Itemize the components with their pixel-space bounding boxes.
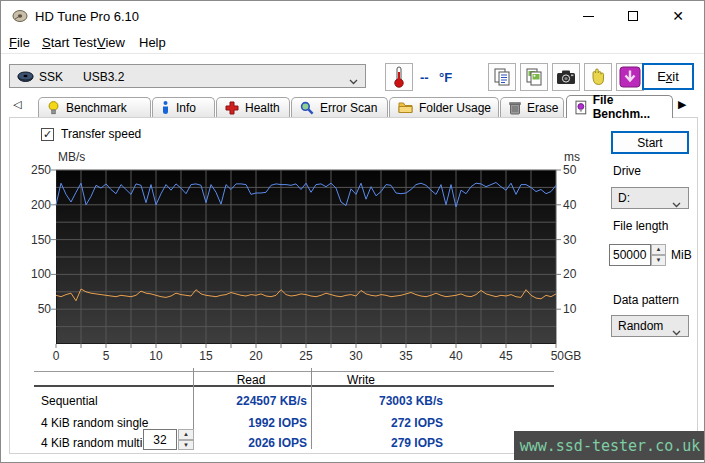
- tab-scroll-right-icon[interactable]: ▶: [678, 99, 686, 110]
- download-icon: [619, 66, 641, 88]
- exit-button[interactable]: Exit: [642, 63, 694, 90]
- menu-file[interactable]: File: [9, 35, 30, 50]
- y-left-tick: 50: [23, 302, 51, 316]
- drive-model: USB3.2: [83, 70, 124, 84]
- hand-icon: [588, 67, 608, 87]
- row-label-sequential: Sequential: [41, 394, 98, 408]
- folder-icon: [398, 101, 413, 114]
- copy-image-icon: [524, 67, 544, 87]
- add-test-button[interactable]: [584, 63, 612, 91]
- x-tick: 0: [38, 349, 74, 363]
- random-multi-write-value: 279 IOPS: [331, 436, 443, 450]
- maximize-button[interactable]: [611, 1, 655, 31]
- close-button[interactable]: ✕: [656, 1, 700, 31]
- tab-error-scan[interactable]: Error Scan: [291, 97, 388, 117]
- row-label-random-single: 4 KiB random single: [41, 416, 148, 430]
- trash-icon: [509, 101, 521, 115]
- x-tick: 35: [388, 349, 424, 363]
- start-button[interactable]: Start: [611, 131, 689, 154]
- drive-vendor: SSK: [39, 70, 63, 84]
- y-right-tick: 10: [563, 302, 593, 316]
- screenshot-button[interactable]: [552, 63, 580, 91]
- spin-up-icon[interactable]: ▲: [651, 244, 666, 255]
- data-pattern-label: Data pattern: [613, 293, 679, 307]
- minimize-button[interactable]: [566, 1, 610, 31]
- camera-icon: [556, 69, 576, 85]
- checkbox-check-icon[interactable]: ✓: [41, 128, 54, 141]
- drive-dropdown[interactable]: D:: [611, 187, 689, 209]
- menu-help[interactable]: Help: [139, 35, 166, 50]
- tab-label: Folder Usage: [419, 101, 491, 115]
- tab-label: File Benchm...: [593, 93, 672, 121]
- drive-select-combobox[interactable]: SSK USB3.2: [9, 64, 366, 88]
- y-left-unit-label: MB/s: [58, 150, 85, 164]
- drive-disk-icon: [17, 71, 34, 86]
- y-right-tick: 20: [563, 267, 593, 281]
- drive-label: Drive: [613, 164, 641, 178]
- app-disk-icon: [12, 9, 28, 26]
- maximize-icon: [628, 11, 638, 21]
- menu-start-test[interactable]: Start Test: [42, 35, 97, 50]
- random-single-write-value: 272 IOPS: [331, 416, 443, 430]
- file-length-unit: MiB: [671, 248, 692, 262]
- y-right-tick: 40: [563, 198, 593, 212]
- spin-down-icon[interactable]: ▼: [178, 440, 194, 451]
- y-left-tick: 250: [23, 163, 51, 177]
- close-icon: ✕: [672, 9, 684, 23]
- benchmark-chart: [56, 170, 556, 344]
- hdtune-window: HD Tune Pro 6.10 ✕ File Start Test View …: [0, 0, 705, 463]
- tab-info[interactable]: Info: [152, 97, 215, 117]
- y-left-tick: 200: [23, 198, 51, 212]
- tab-scroll-left-icon[interactable]: ◁: [13, 99, 21, 110]
- tab-label: Health: [245, 101, 280, 115]
- y-left-tick: 100: [23, 267, 51, 281]
- random-single-read-value: 1992 IOPS: [191, 416, 307, 430]
- health-cross-icon: [225, 101, 239, 115]
- y-left-tick: 150: [23, 233, 51, 247]
- spin-up-icon[interactable]: ▲: [178, 429, 194, 440]
- toolbar: SSK USB3.2 -- °F Exit: [1, 53, 705, 95]
- tab-folder-usage[interactable]: Folder Usage: [389, 97, 499, 117]
- sequential-read-value: 224507 KB/s: [191, 394, 307, 408]
- info-icon: [161, 101, 170, 115]
- x-tick: 10: [138, 349, 174, 363]
- window-title: HD Tune Pro 6.10: [35, 9, 139, 24]
- minimize-icon: [583, 16, 594, 17]
- tab-benchmark[interactable]: Benchmark: [38, 97, 151, 117]
- x-tick: 15: [188, 349, 224, 363]
- copy-text-button[interactable]: [488, 63, 516, 91]
- read-column-header: Read: [193, 373, 309, 387]
- benchmark-bulb-icon: [47, 101, 60, 115]
- results-col-separator: [311, 368, 312, 449]
- tab-file-benchmark[interactable]: File Benchm...: [566, 95, 673, 118]
- transfer-speed-checkbox[interactable]: ✓ Transfer speed: [41, 127, 141, 141]
- spin-down-icon[interactable]: ▼: [651, 255, 666, 266]
- thermometer-icon: [393, 66, 405, 88]
- x-tick: 45: [488, 349, 524, 363]
- temperature-button[interactable]: [385, 63, 413, 91]
- copy-image-button[interactable]: [520, 63, 548, 91]
- x-tick: 25: [288, 349, 324, 363]
- save-results-button[interactable]: [616, 63, 644, 91]
- random-multi-read-value: 2026 IOPS: [191, 436, 307, 450]
- x-tick: 40: [438, 349, 474, 363]
- y-right-tick: 30: [563, 233, 593, 247]
- x-tick: 50GB: [542, 349, 590, 363]
- tab-erase[interactable]: Erase: [500, 97, 564, 117]
- copy-text-icon: [492, 67, 512, 87]
- menubar: File Start Test View Help: [1, 31, 705, 53]
- watermark-banner: www.ssd-tester.co.uk: [514, 431, 705, 460]
- sequential-write-value: 73003 KB/s: [331, 394, 443, 408]
- y-right-tick: 50: [563, 163, 593, 177]
- menu-view[interactable]: View: [97, 35, 125, 50]
- y-right-unit-label: ms: [564, 150, 580, 164]
- chevron-down-icon: [672, 197, 681, 211]
- file-length-input[interactable]: [609, 244, 651, 266]
- data-pattern-dropdown[interactable]: Random: [611, 315, 689, 337]
- tab-label: Info: [176, 101, 196, 115]
- queue-depth-stepper: ▲ ▼: [178, 429, 194, 450]
- x-tick: 30: [338, 349, 374, 363]
- file-benchmark-icon: [575, 100, 587, 115]
- tab-health[interactable]: Health: [216, 97, 290, 117]
- queue-depth-input[interactable]: [143, 429, 177, 450]
